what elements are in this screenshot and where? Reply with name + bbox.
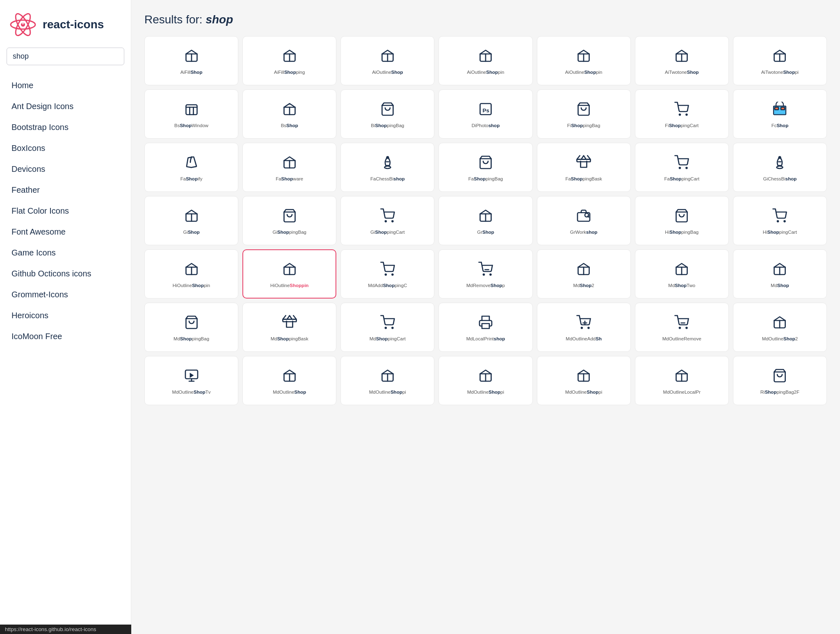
icon-card-mdshoppingbag[interactable]: MdShoppingBag — [144, 303, 238, 352]
icon-card-aioutlineshop[interactable]: AiOutlineShop — [340, 36, 434, 85]
sidebar-item-bootstrap[interactable]: Bootstrap Icons — [0, 117, 131, 138]
sidebar-item-heroicons[interactable]: Heroicons — [0, 305, 131, 326]
icon-card-mdaddshoppingcart[interactable]: MdAddShoppingC — [340, 249, 434, 299]
svg-text:Ps: Ps — [482, 107, 489, 113]
status-url: https://react-icons.github.io/react-icon… — [5, 626, 96, 632]
logo-area: react-icons — [0, 0, 131, 48]
sidebar-item-font-awesome[interactable]: Font Awesome — [0, 221, 131, 242]
sidebar-item-grommet[interactable]: Grommet-Icons — [0, 284, 131, 305]
icon-label-mdoutlineshop2: MdOutlineShop2 — [762, 335, 798, 342]
svg-point-43 — [784, 221, 785, 222]
icon-symbol-fashoppingbag — [478, 155, 493, 172]
sidebar-item-game-icons[interactable]: Game Icons — [0, 242, 131, 263]
svg-rect-55 — [283, 319, 296, 322]
icon-card-mdoutlineremove[interactable]: MdOutlineRemove — [635, 303, 729, 352]
icon-symbol-mdshoptwo — [674, 262, 689, 279]
icon-label-mdoutlineshopping3: MdOutlineShoppi — [565, 389, 602, 395]
icon-label-aifillshop: AiFillShop — [180, 69, 203, 75]
icon-card-mdlocalprintshop[interactable]: MdLocalPrintshop — [438, 303, 532, 352]
icon-label-mdoutlineshop: MdOutlineShop — [273, 389, 306, 395]
icon-card-aioutlineshoppin[interactable]: AiOutlineShoppin — [438, 36, 532, 85]
sidebar-item-icomoon[interactable]: IcoMoon Free — [0, 326, 131, 347]
sidebar-item-feather[interactable]: Feather — [0, 180, 131, 201]
icon-card-mdshop2[interactable]: MdShop2 — [537, 249, 631, 299]
icon-card-gichessbishop[interactable]: GiChessBishop — [733, 143, 827, 192]
sidebar-item-devicons[interactable]: Devicons — [0, 159, 131, 180]
icon-card-hioutlineshopping-hl[interactable]: HiOutlineShoppin — [242, 249, 336, 299]
icon-card-mdshop[interactable]: MdShop — [733, 249, 827, 299]
icon-symbol-fishoppingbag — [576, 102, 591, 119]
icon-symbol-gichessbishop — [772, 155, 787, 172]
icon-card-fishoppingcart[interactable]: FiShoppingCart — [635, 89, 729, 139]
icon-card-mdremoveshop[interactable]: MdRemoveShopp — [438, 249, 532, 299]
icon-card-gishop[interactable]: GiShop — [144, 196, 238, 245]
icon-label-mdoutlinelocalpr: MdOutlineLocalPr — [663, 389, 701, 395]
icon-card-aifillshopping[interactable]: AiFillShopping — [242, 36, 336, 85]
icon-card-gishoppingbag[interactable]: GiShoppingBag — [242, 196, 336, 245]
icon-card-hishoppingbag[interactable]: HiShoppingBag — [635, 196, 729, 245]
icon-symbol-mdoutlineshopping2 — [478, 368, 493, 385]
icon-symbol-grshop — [478, 208, 493, 226]
icon-card-fcshop[interactable]: FcShop — [733, 89, 827, 139]
icon-symbol-bsshop — [282, 102, 297, 119]
icon-card-mdoutlinelocalpr[interactable]: MdOutlineLocalPr — [635, 356, 729, 405]
icon-card-bsshopwindow[interactable]: BsShopWindow — [144, 89, 238, 139]
icon-symbol-mdremoveshop — [478, 262, 493, 279]
svg-point-56 — [385, 327, 386, 328]
icon-card-aifillshop[interactable]: AiFillShop — [144, 36, 238, 85]
icon-card-fachessbishop[interactable]: FaChessBishop — [340, 143, 434, 192]
icon-symbol-aifillshop — [184, 48, 199, 66]
icon-card-mdoutlineshop2[interactable]: MdOutlineShop2 — [733, 303, 827, 352]
icon-card-mdoutlineaddsh[interactable]: MdOutlineAddSh — [537, 303, 631, 352]
icon-card-fashopware[interactable]: FaShopware — [242, 143, 336, 192]
icon-label-mdshoppingbasket: MdShoppingBask — [271, 335, 308, 342]
icon-symbol-hishoppingbag — [674, 208, 689, 226]
icon-symbol-mdoutlineremove — [674, 315, 689, 332]
icon-card-hioutlineshoppin[interactable]: HiOutlineShoppin — [144, 249, 238, 299]
icon-card-fashoppingcart[interactable]: FaShoppingCart — [635, 143, 729, 192]
sidebar-item-home[interactable]: Home — [0, 75, 131, 96]
icon-label-fashoppingbasket: FaShoppingBask — [565, 176, 602, 182]
icon-card-grshop[interactable]: GrShop — [438, 196, 532, 245]
icon-card-mdshoptwo[interactable]: MdShopTwo — [635, 249, 729, 299]
icon-card-fashoppingbasket[interactable]: FaShoppingBask — [537, 143, 631, 192]
icon-symbol-aifillshopping — [282, 48, 297, 66]
icon-card-aitwotoneshopping2[interactable]: AiTwotoneShoppi — [733, 36, 827, 85]
icon-card-fishoppingbag[interactable]: FiShoppingBag — [537, 89, 631, 139]
icon-card-fashopify[interactable]: FaShopify — [144, 143, 238, 192]
sidebar-item-ant-design[interactable]: Ant Design Icons — [0, 96, 131, 117]
icon-card-aioutlineshopping[interactable]: AiOutlineShoppin — [537, 36, 631, 85]
icon-label-bsshopwindow: BsShopWindow — [174, 122, 208, 129]
icon-card-mdoutlineshoptv[interactable]: MdOutlineShopTv — [144, 356, 238, 405]
svg-point-46 — [385, 274, 386, 275]
icon-label-hishoppingbag: HiShoppingBag — [665, 229, 698, 235]
icon-symbol-mdoutlineshop2 — [772, 315, 787, 332]
icon-card-aitwotoneshopping[interactable]: AiTwotoneShop — [635, 36, 729, 85]
icon-card-hishoppingcart[interactable]: HiShoppingCart — [733, 196, 827, 245]
icon-card-mdshoppingcart[interactable]: MdShoppingCart — [340, 303, 434, 352]
icon-card-mdoutlineshopping3[interactable]: MdOutlineShoppi — [537, 356, 631, 405]
icon-label-aioutlineshoppin: AiOutlineShoppin — [467, 69, 504, 75]
sidebar-item-boxicons[interactable]: BoxIcons — [0, 138, 131, 159]
icon-card-mdoutlineshopping1[interactable]: MdOutlineShoppi — [340, 356, 434, 405]
icon-symbol-aioutlineshoppin — [478, 48, 493, 66]
icon-label-mdlocalprintshop: MdLocalPrintshop — [466, 335, 505, 342]
icon-card-grworkshop[interactable]: GrWorkshop — [537, 196, 631, 245]
svg-point-36 — [385, 221, 386, 222]
icon-card-mdoutlineshop[interactable]: MdOutlineShop — [242, 356, 336, 405]
icon-card-fashoppingbag[interactable]: FaShoppingBag — [438, 143, 532, 192]
icon-card-mdshoppingbasket[interactable]: MdShoppingBask — [242, 303, 336, 352]
icon-card-gishoppingcart[interactable]: GiShoppingCart — [340, 196, 434, 245]
icon-card-rishoppingbag2f[interactable]: RiShoppingBag2F — [733, 356, 827, 405]
svg-point-47 — [392, 274, 393, 275]
sidebar-item-github-octicons[interactable]: Github Octicons icons — [0, 263, 131, 284]
icon-card-diphotoshop[interactable]: Ps DiPhotoshop — [438, 89, 532, 139]
icon-label-gishop: GiShop — [183, 229, 199, 235]
svg-rect-22 — [781, 107, 785, 109]
icon-card-mdoutlineshopping2[interactable]: MdOutlineShoppi — [438, 356, 532, 405]
icon-card-bishoppingbag[interactable]: BiShoppingBag — [340, 89, 434, 139]
search-input[interactable] — [7, 48, 124, 65]
icon-card-bsshop[interactable]: BsShop — [242, 89, 336, 139]
sidebar-item-flat-color[interactable]: Flat Color Icons — [0, 201, 131, 221]
svg-point-48 — [483, 274, 484, 275]
